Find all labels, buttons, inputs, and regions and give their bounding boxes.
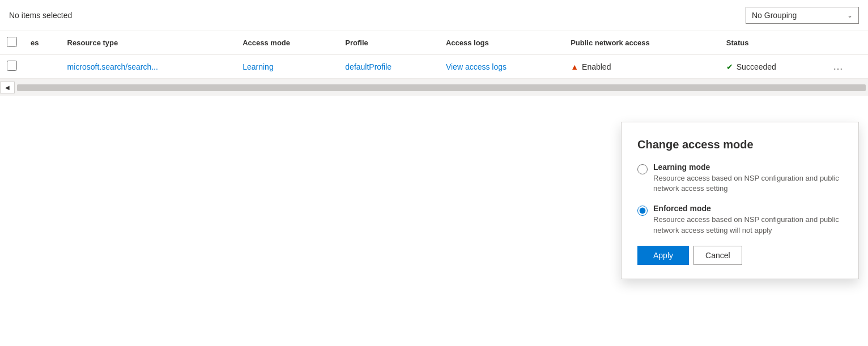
enforced-mode-label-group: Enforced mode Resource access based on N… [653,204,843,235]
learning-mode-title[interactable]: Learning mode [653,163,843,172]
col-resource-type-header: Resource type [61,31,236,55]
change-access-mode-panel: Change access mode Learning mode Resourc… [621,122,859,279]
no-items-label: No items selected [9,11,72,20]
row-resource-type-cell: microsoft.search/search... [61,55,236,79]
warning-icon: ▲ [571,62,578,71]
table-row: microsoft.search/search... Learning defa… [0,55,868,79]
row-checkbox-cell [0,55,24,79]
learning-mode-description: Resource access based on NSP configurati… [653,173,843,194]
enforced-mode-description: Resource access based on NSP configurati… [653,215,843,235]
resources-table: es Resource type Access mode Profile Acc… [0,31,868,79]
cancel-button[interactable]: Cancel [693,246,742,265]
col-access-mode-header: Access mode [236,31,338,55]
learning-mode-radio[interactable] [637,164,648,174]
col-access-logs-header: Access logs [439,31,564,55]
resource-type-link[interactable]: microsoft.search/search... [67,62,158,71]
grouping-dropdown-text: No Grouping [752,11,797,20]
status-value: Succeeded [737,62,776,71]
top-bar: No items selected No Grouping ⌄ [0,0,868,31]
row-actions-cell: … [826,55,868,79]
row-more-actions[interactable]: … [833,61,844,72]
profile-link[interactable]: defaultProfile [345,62,392,71]
enforced-mode-option: Enforced mode Resource access based on N… [637,204,843,235]
row-profile-cell: defaultProfile [338,55,439,79]
col-profile-header: Profile [338,31,439,55]
row-name-cell [24,55,61,79]
learning-mode-option: Learning mode Resource access based on N… [637,163,843,194]
enforced-mode-radio[interactable] [637,206,648,216]
popup-buttons: Apply Cancel [637,246,843,265]
select-all-checkbox[interactable] [7,37,17,47]
row-access-logs-cell: View access logs [439,55,564,79]
row-status-cell: ✔ Succeeded [720,55,826,79]
access-mode-link[interactable]: Learning [242,62,274,71]
row-access-mode-cell: Learning [236,55,338,79]
table-container: es Resource type Access mode Profile Acc… [0,31,868,96]
horizontal-scrollbar-row: ◀ [0,79,868,96]
popup-title: Change access mode [637,138,843,151]
scrollbar-track[interactable] [17,84,866,91]
access-logs-link[interactable]: View access logs [446,62,507,71]
col-name-header: es [24,31,61,55]
grouping-dropdown[interactable]: No Grouping ⌄ [746,7,859,24]
row-checkbox[interactable] [7,61,17,71]
col-public-network-header: Public network access [564,31,720,55]
public-network-value: Enabled [582,62,611,71]
col-checkbox-header [0,31,24,55]
enforced-mode-title[interactable]: Enforced mode [653,204,843,213]
apply-button[interactable]: Apply [637,246,689,265]
col-actions-header [826,31,868,55]
scroll-left-button[interactable]: ◀ [0,82,15,93]
col-status-header: Status [720,31,826,55]
row-public-network-cell: ▲ Enabled [564,55,720,79]
learning-mode-label-group: Learning mode Resource access based on N… [653,163,843,194]
chevron-down-icon: ⌄ [847,11,853,19]
success-icon: ✔ [726,62,733,71]
